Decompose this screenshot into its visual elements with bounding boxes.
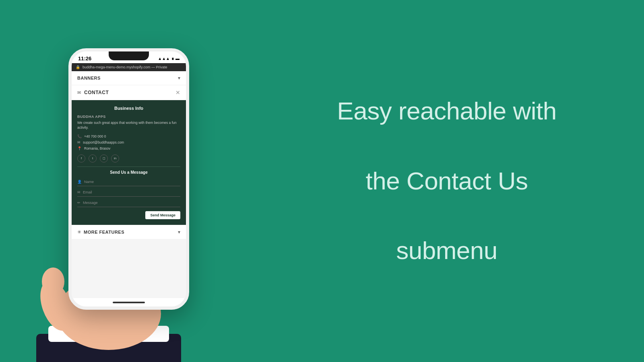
email-info-row: ✉ support@buddhaapps.com: [77, 140, 180, 144]
battery-icon: ▬: [175, 56, 180, 61]
linkedin-button[interactable]: in: [111, 154, 119, 162]
contact-email-icon: ✉: [77, 90, 81, 95]
business-info-title: Business Info: [77, 106, 180, 111]
email-address: support@buddhaapps.com: [83, 140, 124, 144]
message-field[interactable]: ✏ Message: [77, 199, 180, 207]
dark-panel: Business Info BUDDHA APPS We create such…: [72, 100, 186, 225]
company-name: BUDDHA APPS: [77, 115, 180, 119]
send-button-row: Send Message: [77, 211, 180, 219]
right-section: Easy reachable with the Contact Us subme…: [250, 70, 644, 292]
more-features-chevron: ▾: [178, 229, 180, 235]
svg-point-5: [42, 267, 64, 296]
sun-icon: ✳: [77, 229, 81, 235]
phone-frame: 11:26 ▲▲▲ ∎ ▬ 🔒 buddha-mega-menu-demo.my…: [68, 48, 189, 310]
business-description: We create such great apps that working w…: [77, 121, 180, 130]
hero-line1: Easy reachable with: [337, 97, 556, 125]
name-field[interactable]: 👤 Name: [77, 178, 180, 186]
phone-notch: [109, 51, 149, 60]
browser-bar: 🔒 buddha-mega-menu-demo.myshopify.com — …: [72, 63, 186, 71]
email-icon: ✉: [77, 140, 80, 144]
message-icon: ✏: [77, 201, 80, 205]
email-placeholder: Email: [83, 190, 92, 194]
location-text: Romania, Brasov: [84, 146, 110, 150]
location-icon: 📍: [77, 146, 82, 150]
send-message-button[interactable]: Send Message: [145, 211, 180, 219]
name-placeholder: Name: [84, 180, 94, 184]
email-field[interactable]: ✉ Email: [77, 188, 180, 197]
contact-label: CONTACT: [84, 90, 109, 95]
hero-text: Easy reachable with the Contact Us subme…: [337, 94, 556, 268]
banners-chevron: ▾: [178, 75, 180, 81]
home-indicator: [113, 302, 145, 303]
phone-info-row: 📞 +40 700 000 0: [77, 134, 180, 138]
phone-wrapper: 11:26 ▲▲▲ ∎ ▬ 🔒 buddha-mega-menu-demo.my…: [56, 48, 193, 326]
name-icon: 👤: [77, 180, 82, 184]
phone-icon: 📞: [77, 134, 82, 138]
instagram-button[interactable]: ◻: [100, 154, 108, 162]
banners-label: BANNERS: [77, 76, 101, 80]
wifi-icon: ∎: [171, 56, 174, 61]
signal-icon: ▲▲▲: [158, 56, 170, 61]
facebook-button[interactable]: f: [77, 154, 85, 162]
status-time: 11:26: [78, 56, 91, 62]
phone-number: +40 700 000 0: [84, 134, 106, 138]
contact-row-left: ✉ CONTACT: [77, 90, 109, 95]
left-section: 11:26 ▲▲▲ ∎ ▬ 🔒 buddha-mega-menu-demo.my…: [0, 0, 250, 362]
phone-content: BANNERS ▾ ✉ CONTACT ✕ Business Info BUDD…: [72, 71, 186, 298]
hero-line3: submenu: [396, 237, 497, 264]
banners-row[interactable]: BANNERS ▾: [72, 71, 186, 85]
form-section-title: Send Us a Message: [77, 170, 180, 175]
lock-icon: 🔒: [76, 65, 80, 69]
twitter-button[interactable]: t: [89, 154, 97, 162]
more-features-label: MORE FEATURES: [84, 230, 124, 234]
contact-row[interactable]: ✉ CONTACT ✕: [72, 85, 186, 100]
location-info-row: 📍 Romania, Brasov: [77, 146, 180, 150]
divider: [77, 167, 180, 167]
social-row: f t ◻ in: [77, 154, 180, 162]
more-features-row[interactable]: ✳ MORE FEATURES ▾: [72, 225, 186, 239]
browser-url: buddha-mega-menu-demo.myshopify.com — Pr…: [83, 65, 182, 69]
close-icon[interactable]: ✕: [175, 89, 180, 96]
email-field-icon: ✉: [77, 190, 80, 194]
hero-line2: the Contact Us: [365, 167, 528, 195]
message-placeholder: Message: [83, 201, 98, 205]
status-icons: ▲▲▲ ∎ ▬: [158, 56, 180, 61]
more-features-left: ✳ MORE FEATURES: [77, 229, 124, 235]
